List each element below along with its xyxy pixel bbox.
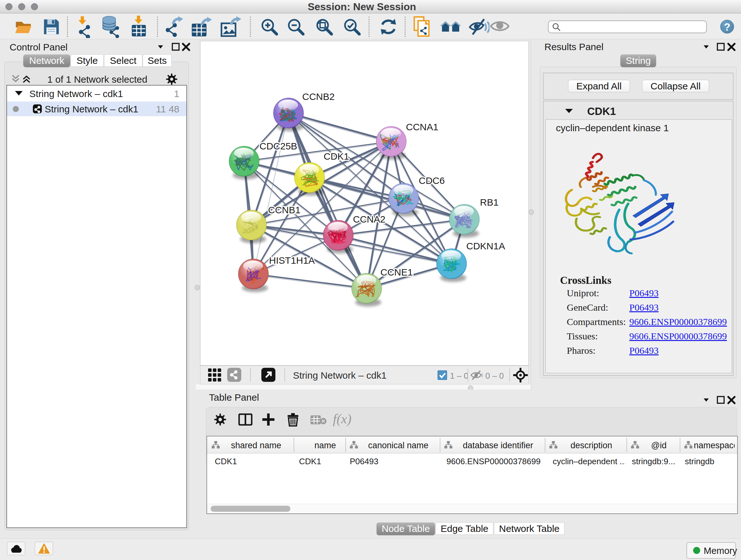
svg-text:CDC6: CDC6: [419, 175, 445, 186]
svg-text:CCNA2: CCNA2: [353, 214, 386, 225]
svg-text:RB1: RB1: [480, 197, 498, 207]
svg-text:CDK1: CDK1: [324, 151, 349, 162]
svg-text:CDKN1A: CDKN1A: [466, 241, 505, 251]
svg-text:CCNE1: CCNE1: [381, 267, 413, 277]
svg-text:CDC25B: CDC25B: [259, 141, 297, 151]
svg-text:HIST1H1A: HIST1H1A: [269, 255, 315, 266]
svg-text:CCNB2: CCNB2: [302, 91, 335, 102]
svg-text:CCNB1: CCNB1: [268, 205, 300, 215]
svg-text:CCNA1: CCNA1: [406, 122, 439, 132]
